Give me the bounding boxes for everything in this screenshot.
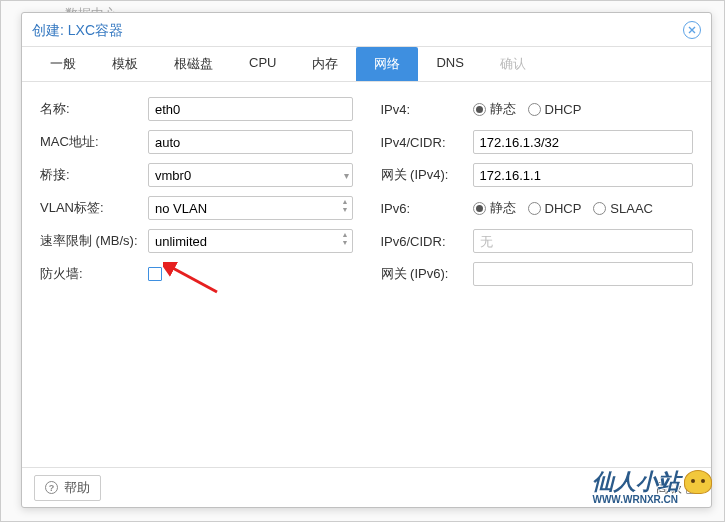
label-bridge: 桥接: <box>40 166 148 184</box>
radio-icon <box>528 202 541 215</box>
help-button[interactable]: ? 帮助 <box>34 475 101 501</box>
radio-icon <box>593 202 606 215</box>
radio-label: SLAAC <box>610 201 653 216</box>
label-ipv6-cidr: IPv6/CIDR: <box>381 234 473 249</box>
radio-label: 静态 <box>490 199 516 217</box>
tab-bar: 一般模板根磁盘CPU内存网络DNS确认 <box>22 47 711 82</box>
label-mac: MAC地址: <box>40 133 148 151</box>
close-icon <box>688 26 696 34</box>
label-gw4: 网关 (IPv4): <box>381 166 473 184</box>
close-button[interactable] <box>683 21 701 39</box>
ipv6-radio-group: 静态DHCPSLAAC <box>473 199 653 217</box>
ipv4-cidr-input[interactable] <box>473 130 694 154</box>
titlebar: 创建: LXC容器 <box>22 13 711 47</box>
vlan-input[interactable] <box>148 196 353 220</box>
name-input[interactable] <box>148 97 353 121</box>
radio-icon <box>528 103 541 116</box>
tab-确认: 确认 <box>482 47 544 81</box>
rate-input[interactable] <box>148 229 353 253</box>
tab-CPU[interactable]: CPU <box>231 47 294 81</box>
tab-content-network: 名称: MAC地址: 桥接: ▾ VLAN标签: <box>22 82 711 467</box>
radio-icon <box>473 202 486 215</box>
left-column: 名称: MAC地址: 桥接: ▾ VLAN标签: <box>40 96 353 453</box>
mac-input[interactable] <box>148 130 353 154</box>
tab-内存[interactable]: 内存 <box>294 47 356 81</box>
ipv6-radio-SLAAC[interactable]: SLAAC <box>593 201 653 216</box>
label-name: 名称: <box>40 100 148 118</box>
radio-label: DHCP <box>545 201 582 216</box>
gw4-input[interactable] <box>473 163 694 187</box>
label-gw6: 网关 (IPv6): <box>381 265 473 283</box>
ipv6-radio-静态[interactable]: 静态 <box>473 199 516 217</box>
gw6-input[interactable] <box>473 262 694 286</box>
label-ipv4-cidr: IPv4/CIDR: <box>381 135 473 150</box>
bridge-combo[interactable] <box>148 163 353 187</box>
tab-DNS[interactable]: DNS <box>418 47 481 81</box>
right-column: IPv4: 静态DHCP IPv4/CIDR: 网关 (IPv4): IPv6:… <box>381 96 694 453</box>
label-rate: 速率限制 (MB/s): <box>40 232 148 250</box>
advanced-checkbox[interactable] <box>686 481 699 494</box>
help-label: 帮助 <box>64 479 90 497</box>
ipv4-radio-静态[interactable]: 静态 <box>473 100 516 118</box>
radio-label: DHCP <box>545 102 582 117</box>
tab-网络[interactable]: 网络 <box>356 47 418 81</box>
watermark-url: WWW.WRNXR.CN <box>592 494 678 505</box>
label-ipv6: IPv6: <box>381 201 473 216</box>
tab-根磁盘[interactable]: 根磁盘 <box>156 47 231 81</box>
ipv4-radio-DHCP[interactable]: DHCP <box>528 102 582 117</box>
radio-icon <box>473 103 486 116</box>
tab-一般[interactable]: 一般 <box>32 47 94 81</box>
ipv6-radio-DHCP[interactable]: DHCP <box>528 201 582 216</box>
tab-模板[interactable]: 模板 <box>94 47 156 81</box>
ipv4-radio-group: 静态DHCP <box>473 100 582 118</box>
dialog-create-lxc: 创建: LXC容器 一般模板根磁盘CPU内存网络DNS确认 名称: MAC地址:… <box>21 12 712 508</box>
label-firewall: 防火墙: <box>40 265 148 283</box>
label-vlan: VLAN标签: <box>40 199 148 217</box>
label-ipv4: IPv4: <box>381 102 473 117</box>
firewall-checkbox[interactable] <box>148 267 162 281</box>
dialog-title: 创建: LXC容器 <box>32 13 123 47</box>
ipv6-cidr-input[interactable] <box>473 229 694 253</box>
radio-label: 静态 <box>490 100 516 118</box>
help-icon: ? <box>45 481 58 494</box>
